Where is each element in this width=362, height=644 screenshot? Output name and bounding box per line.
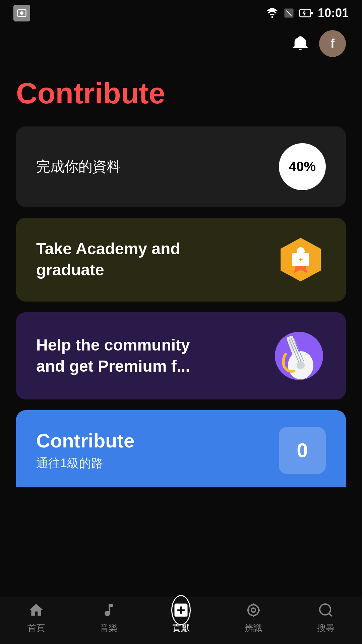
status-left: [13, 5, 30, 21]
status-bar: 10:01: [0, 0, 362, 23]
community-card[interactable]: Help the community and get Premium f...: [16, 312, 346, 399]
contribute-card-content: Contribute 通往1級的路: [36, 429, 279, 472]
battery-icon: [299, 6, 314, 20]
svg-point-17: [297, 361, 305, 369]
contribute-card-subtitle: 通往1級的路: [36, 455, 279, 472]
contribute-icon: [172, 601, 190, 620]
profile-card-text: 完成你的資料: [36, 157, 121, 176]
app-header: f: [0, 23, 362, 64]
cards-container: 完成你的資料 40% Take Academy and graduate ✦ H…: [0, 120, 362, 494]
nav-search-label: 搜尋: [317, 622, 335, 634]
wifi-icon: [265, 6, 279, 20]
svg-text:✦: ✦: [298, 256, 304, 263]
nav-contribute[interactable]: 貢獻: [145, 601, 217, 634]
status-time: 10:01: [318, 6, 349, 20]
nav-music[interactable]: 音樂: [72, 601, 145, 634]
music-icon: [99, 601, 118, 620]
identify-icon: [244, 601, 263, 620]
svg-point-9: [297, 247, 305, 255]
svg-point-24: [320, 604, 330, 615]
app-icon: [13, 5, 30, 21]
nav-music-label: 音樂: [100, 622, 117, 634]
academy-badge: ✦: [276, 234, 326, 285]
signal-icon: [283, 7, 295, 19]
home-icon: [27, 601, 46, 620]
academy-card[interactable]: Take Academy and graduate ✦: [16, 218, 346, 302]
community-card-text: Help the community and get Premium f...: [36, 335, 204, 377]
contribute-count-badge: 0: [279, 427, 326, 474]
bottom-nav: 首頁 音樂 貢獻: [0, 597, 362, 644]
percentage-circle: 40%: [279, 143, 326, 190]
nav-home-label: 首頁: [27, 622, 45, 634]
nav-identify[interactable]: 辨識: [217, 601, 290, 634]
svg-rect-6: [311, 12, 313, 14]
search-icon: [316, 601, 335, 620]
nav-identify-label: 辨識: [245, 622, 262, 634]
nav-contribute-label: 貢獻: [172, 622, 190, 634]
academy-card-text: Take Academy and graduate: [36, 238, 204, 280]
svg-point-19: [251, 608, 255, 612]
notification-button[interactable]: [291, 34, 310, 53]
svg-point-1: [20, 11, 23, 15]
nav-search[interactable]: 搜尋: [290, 601, 362, 634]
guitar-badge: [272, 329, 326, 383]
svg-point-2: [271, 16, 273, 18]
avatar[interactable]: f: [319, 30, 346, 57]
contribute-add-button[interactable]: [171, 595, 191, 625]
contribute-card[interactable]: Contribute 通往1級的路 0: [16, 410, 346, 487]
status-right: 10:01: [265, 6, 349, 20]
svg-point-18: [248, 605, 259, 615]
profile-card[interactable]: 完成你的資料 40%: [16, 126, 346, 207]
page-title: Contribute: [0, 64, 362, 120]
nav-home[interactable]: 首頁: [0, 601, 72, 634]
contribute-card-title: Contribute: [36, 429, 279, 452]
